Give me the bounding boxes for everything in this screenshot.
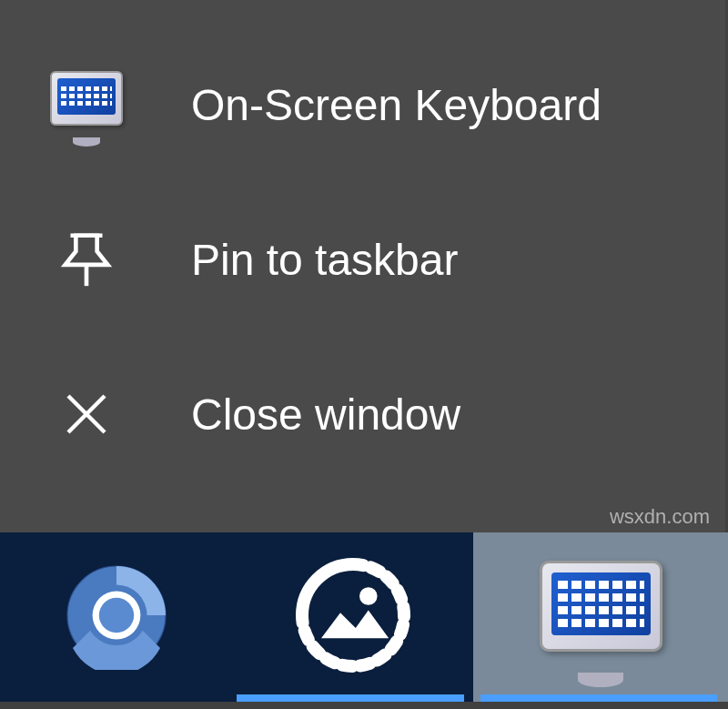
menu-label: Close window bbox=[191, 390, 460, 440]
menu-item-osk[interactable]: On-Screen Keyboard bbox=[0, 27, 725, 182]
menu-label: On-Screen Keyboard bbox=[191, 80, 602, 130]
taskbar-item-chromium[interactable] bbox=[0, 532, 232, 702]
menu-label: Pin to taskbar bbox=[191, 235, 458, 285]
taskbar-context-menu: On-Screen Keyboard Pin to taskbar Close … bbox=[0, 0, 725, 532]
taskbar-item-photos[interactable] bbox=[232, 532, 473, 702]
svg-point-7 bbox=[98, 598, 133, 633]
taskbar-item-osk[interactable] bbox=[473, 532, 728, 702]
svg-point-8 bbox=[359, 587, 378, 605]
taskbar-active-indicator bbox=[237, 694, 464, 702]
osk-icon bbox=[540, 561, 662, 674]
taskbar-active-indicator bbox=[480, 694, 717, 702]
menu-item-close[interactable]: Close window bbox=[0, 337, 725, 491]
pin-icon bbox=[46, 218, 127, 300]
menu-item-pin[interactable]: Pin to taskbar bbox=[0, 182, 725, 337]
chromium-icon bbox=[62, 561, 171, 674]
watermark: wsxdn.com bbox=[610, 505, 710, 529]
taskbar bbox=[0, 532, 728, 702]
close-icon bbox=[46, 373, 127, 455]
osk-icon bbox=[46, 64, 127, 146]
photos-icon bbox=[289, 552, 417, 683]
